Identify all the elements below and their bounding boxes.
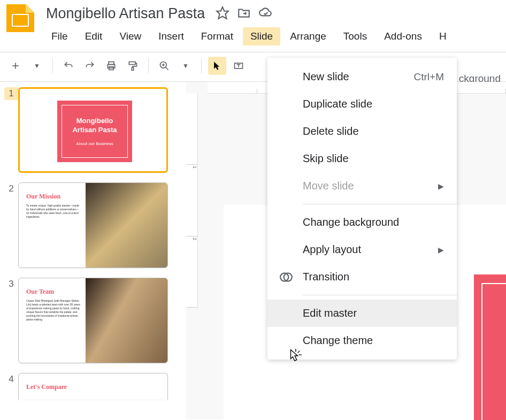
slide-thumbnail-row: 3Our TeamOwner Shel Rheingold (with Mana… [4, 278, 182, 363]
transition-icon [279, 270, 293, 284]
menu-shortcut: Ctrl+M [414, 71, 444, 83]
zoom-button[interactable] [155, 57, 173, 75]
svg-rect-7 [132, 67, 133, 70]
menu-item-label: Transition [303, 271, 349, 283]
menu-tools[interactable]: Tools [336, 27, 374, 45]
vertical-ruler: 12 [186, 94, 198, 308]
document-title[interactable]: Mongibello Artisan Pasta [44, 4, 207, 23]
menu-edit[interactable]: Edit [78, 27, 110, 45]
redo-button[interactable] [81, 57, 99, 75]
title-row: Mongibello Artisan Pasta [44, 4, 500, 23]
menu-file[interactable]: File [44, 27, 75, 45]
menu-separator [303, 295, 457, 295]
slide-thumbnail-row: 1MongibelloArtisan PastaAbout our Busine… [4, 87, 182, 173]
slide-thumbnail[interactable]: MongibelloArtisan PastaAbout our Busines… [18, 87, 168, 173]
slide-shape[interactable] [474, 274, 506, 420]
slide-number: 2 [4, 182, 18, 194]
menu-insert[interactable]: Insert [151, 27, 191, 45]
cloud-status-icon[interactable] [258, 6, 272, 22]
menu-item-new-slide[interactable]: New slideCtrl+M [267, 63, 457, 90]
menu-h[interactable]: H [432, 27, 454, 45]
svg-line-9 [166, 67, 168, 70]
title-area: Mongibello Artisan Pasta FileEditViewIns… [44, 4, 500, 45]
menu-item-label: Apply layout [303, 243, 361, 256]
menu-item-label: Duplicate slide [303, 98, 372, 110]
menu-item-edit-master[interactable]: Edit master [267, 300, 457, 327]
new-slide-dropdown-button[interactable]: ▼ [28, 57, 46, 75]
select-button[interactable] [208, 57, 226, 75]
slide-thumbnail-row: 4Let's Compare [4, 373, 182, 400]
menu-item-change-background[interactable]: Change background [267, 209, 457, 236]
cursor-pointer-icon [287, 348, 303, 364]
svg-marker-0 [217, 7, 228, 19]
menu-item-label: Change background [303, 216, 399, 228]
slides-logo[interactable] [6, 4, 34, 32]
title-icons [216, 6, 272, 22]
menu-item-label: Delete slide [303, 125, 359, 138]
slide-number: 1 [4, 87, 18, 100]
menu-format[interactable]: Format [194, 27, 241, 45]
move-to-folder-icon[interactable] [237, 6, 251, 22]
menu-item-label: New slide [303, 71, 349, 83]
menu-item-label: Change theme [303, 334, 373, 347]
print-button[interactable] [102, 57, 120, 75]
toolbar-separator [201, 58, 202, 73]
menu-item-apply-layout[interactable]: Apply layout▶ [267, 236, 457, 263]
menubar: FileEditViewInsertFormatSlideArrangeTool… [44, 27, 500, 45]
star-icon[interactable] [216, 6, 229, 22]
menu-add-ons[interactable]: Add-ons [377, 27, 430, 45]
menu-item-duplicate-slide[interactable]: Duplicate slide [267, 90, 457, 118]
toolbar-separator [148, 58, 149, 73]
slide-thumbnail[interactable]: Let's Compare [18, 373, 168, 400]
menu-item-move-slide: Move slide▶ [267, 172, 457, 200]
slide-thumbnail[interactable]: Our MissionTo create unique, high-qualit… [18, 182, 168, 268]
menu-item-transition[interactable]: Transition [267, 263, 457, 291]
undo-button[interactable] [59, 57, 78, 75]
slide-thumbnail-row: 2Our MissionTo create unique, high-quali… [4, 182, 182, 268]
menu-slide[interactable]: Slide [243, 27, 280, 45]
submenu-arrow-icon: ▶ [438, 246, 444, 254]
menu-view[interactable]: View [112, 27, 149, 45]
menu-item-label: Move slide [303, 180, 354, 192]
menu-item-label: Skip slide [303, 152, 349, 165]
submenu-arrow-icon: ▶ [438, 182, 444, 190]
new-slide-button[interactable] [6, 57, 25, 75]
slide-number: 3 [4, 278, 18, 289]
slide-thumbnail[interactable]: Our TeamOwner Shel Rheingold (with Manag… [18, 278, 168, 363]
svg-rect-6 [129, 62, 135, 65]
toolbar-separator [52, 58, 53, 73]
menu-item-label: Edit master [303, 307, 357, 319]
slide-number: 4 [4, 373, 18, 385]
slide-menu-dropdown: New slideCtrl+MDuplicate slideDelete sli… [267, 58, 457, 360]
paint-format-button[interactable] [124, 57, 142, 75]
menu-arrange[interactable]: Arrange [282, 27, 334, 45]
header: Mongibello Artisan Pasta FileEditViewIns… [0, 0, 506, 50]
text-box-button[interactable] [229, 57, 248, 75]
menu-item-delete-slide[interactable]: Delete slide [267, 118, 457, 145]
menu-item-skip-slide[interactable]: Skip slide [267, 145, 457, 172]
menu-separator [303, 204, 457, 204]
slide-panel: 1MongibelloArtisan PastaAbout our Busine… [0, 82, 186, 419]
zoom-dropdown-button[interactable]: ▼ [177, 57, 195, 75]
